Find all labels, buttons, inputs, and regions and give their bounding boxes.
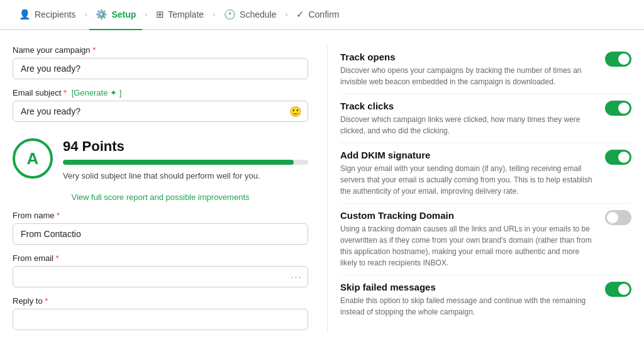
- nav-label-template: Template: [168, 9, 204, 19]
- score-description: Very solid subject line that should perf…: [63, 170, 308, 182]
- setting-item-custom-tracking-domain: Custom Tracking Domain Using a tracking …: [340, 204, 631, 275]
- toggle-knob-dkim-signature: [618, 152, 630, 163]
- from-email-input[interactable]: [13, 266, 308, 287]
- score-details: 94 Points Very solid subject line that s…: [63, 138, 308, 182]
- from-name-required-marker: *: [57, 211, 60, 220]
- nav-chevron-3: ›: [213, 10, 215, 19]
- right-panel: Track opens Discover who opens your camp…: [327, 45, 631, 331]
- nav-item-template[interactable]: ⊞ Template: [150, 0, 210, 30]
- campaign-name-label: Name your campaign *: [13, 45, 308, 55]
- from-name-label: From name *: [13, 211, 308, 220]
- nav-label-schedule: Schedule: [240, 9, 276, 19]
- setup-icon: ⚙️: [96, 9, 108, 20]
- toggle-knob-track-clicks: [618, 103, 630, 114]
- toggle-switch-track-opens[interactable]: [605, 52, 631, 67]
- email-subject-required-marker: *: [64, 88, 67, 97]
- toggle-title-track-opens: Track opens: [340, 52, 597, 62]
- campaign-name-group: Name your campaign *: [13, 45, 308, 79]
- nav-item-recipients[interactable]: 👤 Recipients: [13, 0, 82, 30]
- email-subject-group: Email subject * [Generate ✦ ] 🙂: [13, 88, 308, 122]
- toggle-title-skip-failed: Skip failed messages: [340, 282, 597, 292]
- toggle-knob-skip-failed: [618, 284, 630, 295]
- toggle-text-dkim-signature: Add DKIM signature Sign your email with …: [340, 150, 597, 197]
- nav-label-confirm: Confirm: [308, 9, 339, 19]
- schedule-icon: 🕐: [224, 9, 236, 20]
- toggle-desc-dkim-signature: Sign your email with your sending domain…: [340, 163, 597, 197]
- score-bar-fill: [63, 160, 294, 165]
- score-bar-wrap: [63, 160, 308, 165]
- campaign-name-input[interactable]: [13, 58, 308, 79]
- nav-item-schedule[interactable]: 🕐 Schedule: [218, 0, 282, 30]
- from-email-required-marker: *: [56, 253, 59, 263]
- email-subject-wrapper: 🙂: [13, 101, 308, 122]
- nav-item-setup[interactable]: ⚙️ Setup: [89, 0, 142, 30]
- emoji-icon[interactable]: 🙂: [289, 106, 302, 118]
- recipients-icon: 👤: [19, 9, 31, 20]
- from-email-label: From email *: [13, 253, 308, 263]
- from-name-input[interactable]: [13, 223, 308, 245]
- setting-item-track-opens: Track opens Discover who opens your camp…: [340, 45, 631, 94]
- toggle-desc-track-clicks: Discover which campaign links were click…: [340, 114, 597, 136]
- reply-to-input[interactable]: [13, 309, 308, 330]
- toggle-switch-track-clicks[interactable]: [605, 101, 631, 116]
- score-grade-circle: A: [13, 138, 53, 179]
- confirm-icon: ✓: [296, 9, 304, 20]
- email-subject-label: Email subject * [Generate ✦ ]: [13, 88, 308, 97]
- toggle-switch-dkim-signature[interactable]: [605, 150, 631, 165]
- generate-ai-icon: ✦: [110, 88, 117, 97]
- toggle-switch-custom-tracking-domain[interactable]: [605, 210, 631, 225]
- toggle-title-custom-tracking-domain: Custom Tracking Domain: [340, 210, 597, 221]
- toggle-text-skip-failed: Skip failed messages Enable this option …: [340, 282, 597, 318]
- score-title: 94 Points: [63, 138, 308, 155]
- nav-item-confirm[interactable]: ✓ Confirm: [290, 0, 345, 30]
- setting-item-track-clicks: Track clicks Discover which campaign lin…: [340, 94, 631, 143]
- from-email-options-icon[interactable]: ···: [291, 270, 302, 283]
- nav-chevron-2: ›: [145, 10, 147, 19]
- toggle-switch-skip-failed[interactable]: [605, 282, 631, 297]
- score-grade: A: [27, 149, 39, 169]
- template-icon: ⊞: [156, 9, 164, 20]
- setting-item-dkim-signature: Add DKIM signature Sign your email with …: [340, 143, 631, 204]
- score-card: A 94 Points Very solid subject line that…: [13, 131, 308, 189]
- toggle-desc-skip-failed: Enable this option to skip failed messag…: [340, 295, 597, 318]
- reply-to-required-marker: *: [45, 296, 48, 306]
- main-content: Name your campaign * Email subject * [Ge…: [0, 30, 644, 344]
- setting-item-skip-failed: Skip failed messages Enable this option …: [340, 275, 631, 324]
- toggle-text-custom-tracking-domain: Custom Tracking Domain Using a tracking …: [340, 210, 597, 269]
- reply-to-group: Reply to *: [13, 296, 308, 330]
- score-report-link[interactable]: View full score report and possible impr…: [13, 192, 308, 202]
- nav-chevron-1: ›: [84, 10, 87, 19]
- toggle-knob-track-opens: [618, 53, 630, 65]
- nav-label-recipients: Recipients: [35, 9, 75, 19]
- from-name-group: From name *: [13, 211, 308, 245]
- toggle-text-track-clicks: Track clicks Discover which campaign lin…: [340, 101, 597, 136]
- toggle-knob-custom-tracking-domain: [607, 212, 618, 223]
- generate-link[interactable]: [Generate ✦ ]: [72, 88, 122, 97]
- toggle-text-track-opens: Track opens Discover who opens your camp…: [340, 52, 597, 87]
- toggle-title-track-clicks: Track clicks: [340, 101, 597, 111]
- toggle-title-dkim-signature: Add DKIM signature: [340, 150, 597, 160]
- from-email-wrapper: ···: [13, 266, 308, 287]
- from-email-group: From email * ···: [13, 253, 308, 287]
- left-panel: Name your campaign * Email subject * [Ge…: [13, 45, 327, 331]
- email-subject-input[interactable]: [13, 101, 308, 122]
- toggle-desc-track-opens: Discover who opens your campaigns by tra…: [340, 65, 597, 87]
- campaign-required-marker: *: [92, 45, 96, 55]
- score-bar-background: [63, 160, 308, 165]
- reply-to-label: Reply to *: [13, 296, 308, 306]
- nav-label-setup: Setup: [111, 9, 136, 19]
- toggle-desc-custom-tracking-domain: Using a tracking domain causes all the l…: [340, 223, 597, 269]
- nav-chevron-4: ›: [285, 10, 287, 19]
- top-navigation: 👤 Recipients › ⚙️ Setup › ⊞ Template › 🕐…: [0, 0, 644, 30]
- settings-list: Track opens Discover who opens your camp…: [340, 45, 631, 324]
